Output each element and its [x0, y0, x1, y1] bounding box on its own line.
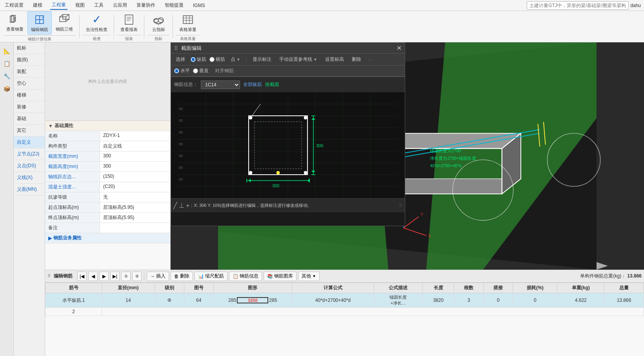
viewport-3d[interactable]: 锚固长度为2700 净长度为2700+锚固长度 40*d+2700+40*d Z…	[171, 42, 644, 270]
cell-loss: 0	[513, 293, 557, 308]
nav-item-kongxin[interactable]: 空心	[14, 78, 45, 89]
align-rebar-label: 对齐钢筋	[215, 68, 234, 74]
prop-val-note[interactable]	[100, 223, 170, 233]
menu-item-igms[interactable]: IGMS	[191, 2, 207, 9]
nav-next-btn[interactable]: ▶	[99, 272, 109, 281]
section-canvas[interactable]: 00 00 00 00 00 00 00	[171, 92, 405, 198]
menu-item-settings[interactable]: 工程设置	[3, 1, 25, 9]
other-arrow: ▼	[312, 274, 316, 278]
col-length: 长度	[422, 283, 454, 293]
add-btn-1[interactable]: ①	[121, 272, 131, 281]
rebar-3d-btn[interactable]: 钢筋三维	[53, 11, 76, 35]
expand-icon[interactable]: ▼	[48, 123, 53, 129]
by-section-btn[interactable]: 按截面	[265, 81, 279, 88]
sidebar-btn-1[interactable]: 📐	[1, 46, 12, 57]
dialog-close-btn[interactable]: ✕	[397, 44, 402, 52]
set-height-btn[interactable]: 设置标高	[323, 55, 346, 64]
nav-item-zidingyi[interactable]: 自定义	[14, 137, 45, 148]
nav-prev-btn[interactable]: ◀	[88, 272, 98, 281]
show-label-btn[interactable]: 显示标注	[250, 55, 274, 64]
prop-section-rebar[interactable]: ▶ 钢筋业务属性	[45, 233, 170, 243]
properties-panel: 构件上点击显示内容 ▼ 基础属性 名称 ZDYX-1 构件类型 自定义线	[45, 42, 171, 270]
tool-plus-icon[interactable]: +	[186, 202, 189, 209]
scale-config-btn[interactable]: 📊 缩尺配筋	[195, 272, 227, 281]
resize-handle[interactable]: ⠿	[399, 203, 402, 208]
prop-val-width[interactable]: 300	[100, 152, 170, 161]
rebar-3d-icon	[58, 13, 71, 26]
menu-item-cloud[interactable]: 云应用	[111, 1, 129, 9]
view-report-btn[interactable]: 查看报表	[117, 12, 141, 34]
nav-last-btn[interactable]: ▶|	[110, 272, 120, 281]
edit-rebar-btn[interactable]: 编辑钢筋	[27, 11, 52, 35]
table-row[interactable]: 水平纵筋.1 14 Φ 64 285 3250 285	[45, 293, 644, 308]
delete-rebar-btn[interactable]: 🗑 删除	[171, 272, 193, 281]
sidebar-btn-3[interactable]: 🔧	[1, 71, 12, 82]
prop-val-type[interactable]: 自定义线	[100, 141, 170, 151]
prop-val-start[interactable]: 层顶标高(5.95)	[100, 203, 170, 212]
sidebar-btn-4[interactable]: 📦	[1, 83, 12, 94]
tool-perp-icon[interactable]: ⊥	[179, 202, 184, 209]
svg-marker-58	[597, 262, 608, 270]
rebar-info-select[interactable]: 1C14	[201, 80, 240, 89]
nav-item-yidian[interactable]: 义点(DS)	[14, 160, 45, 172]
manual-ref-btn[interactable]: 手动设置参考线 ▼	[277, 55, 320, 64]
nav-first-btn[interactable]: |◀	[77, 272, 87, 281]
sidebar-btn-2[interactable]: 📋	[1, 58, 12, 69]
insert-btn[interactable]: → 插入	[147, 272, 169, 281]
search-input[interactable]	[527, 1, 629, 10]
rebar-info-btn[interactable]: 📋 钢筋信息	[229, 272, 262, 281]
radio-transverse[interactable]: 横筋	[209, 56, 225, 63]
table-calc-btn[interactable]: 表格算量	[176, 12, 200, 34]
col-grade: 级别	[155, 283, 184, 293]
nav-item-fu[interactable]: 腹(B)	[14, 54, 45, 66]
tool-line-icon[interactable]: ╱	[173, 202, 177, 209]
prop-row-note: 备注	[45, 223, 170, 233]
dialog-toolbar-2: 水平 垂直 对齐钢筋	[171, 66, 405, 77]
point-btn[interactable]: 点 ▼	[228, 55, 243, 64]
menu-item-modeling[interactable]: 建模	[31, 1, 44, 9]
cell-total: 13.866	[604, 293, 644, 308]
select-btn[interactable]: 选择	[173, 55, 187, 64]
add-btn-2[interactable]: ②	[132, 272, 142, 281]
section-editor-dialog: ⠿ 截面编辑 ✕ 选择 纵筋 横筋 点	[171, 42, 405, 226]
prop-key-concrete: 混凝土强度...	[45, 182, 100, 192]
prop-val-concrete[interactable]: (C20)	[100, 182, 170, 192]
nav-item-louti[interactable]: 楼梯	[14, 89, 45, 101]
radio-horizontal[interactable]: 水平	[174, 68, 190, 74]
menu-item-collab[interactable]: 算量协作	[135, 1, 157, 9]
rebar-calc-group-label: 钢筋计算结果	[3, 35, 76, 42]
menu-item-view[interactable]: 视图	[74, 1, 86, 9]
radio-longitudinal[interactable]: 纵筋	[191, 56, 206, 63]
cloud-index-btn[interactable]: 云指标	[147, 12, 169, 34]
table-row-2[interactable]: 2	[45, 308, 644, 316]
menu-item-tools[interactable]: 工具	[93, 1, 105, 9]
search-bar: dahu	[527, 1, 641, 10]
view-quantity-btn[interactable]: 查看钢量	[3, 11, 27, 35]
prop-val-name[interactable]: ZDYX-1	[100, 131, 170, 141]
menu-item-ai[interactable]: 智能提显	[163, 1, 185, 9]
prop-val-end[interactable]: 层顶标高(5.95)	[100, 213, 170, 223]
rebar-lib-btn[interactable]: 📚 钢筋图库	[264, 272, 297, 281]
nav-item-jichu[interactable]: 基础	[14, 113, 45, 125]
rebar-table[interactable]: 筋号 直径(mm) 级别 图号 图形 计算公式 公式描述 长度 根数 搭接 损耗…	[45, 283, 644, 356]
nav-item-yimian[interactable]: 义面(MN)	[14, 184, 45, 195]
menu-item-quantity[interactable]: 工程量	[50, 1, 67, 10]
nav-item-qita[interactable]: 其它	[14, 125, 45, 137]
nav-item-zhuangxiu[interactable]: 装修	[14, 101, 45, 113]
table-calc-group: 表格算量 表格算量	[176, 12, 200, 42]
nav-item-hangbiao[interactable]: 航标	[14, 42, 45, 54]
prop-val-seep[interactable]: 无	[100, 192, 170, 202]
delete-btn[interactable]: 删除	[349, 55, 364, 64]
all-longitudinal-btn[interactable]: 全部纵筋	[243, 81, 262, 88]
nav-item-zhuangpei[interactable]: 装配	[14, 66, 45, 78]
nav-item-yixian[interactable]: 义线(X)	[14, 172, 45, 184]
nav-item-yijiedian[interactable]: 义节点(ZJ)	[14, 148, 45, 160]
svg-text:00: 00	[179, 154, 183, 158]
edit-rebar-label: 编辑钢筋	[31, 27, 48, 33]
radio-vertical[interactable]: 垂直	[193, 68, 209, 74]
prop-val-height[interactable]: 300	[100, 162, 170, 172]
prop-val-axis[interactable]: (150)	[100, 172, 170, 182]
legal-check-btn[interactable]: ✓ 合法性检查	[83, 12, 111, 34]
other-btn[interactable]: 其他 ▼	[298, 272, 320, 281]
cell-grade: Φ	[155, 293, 184, 308]
